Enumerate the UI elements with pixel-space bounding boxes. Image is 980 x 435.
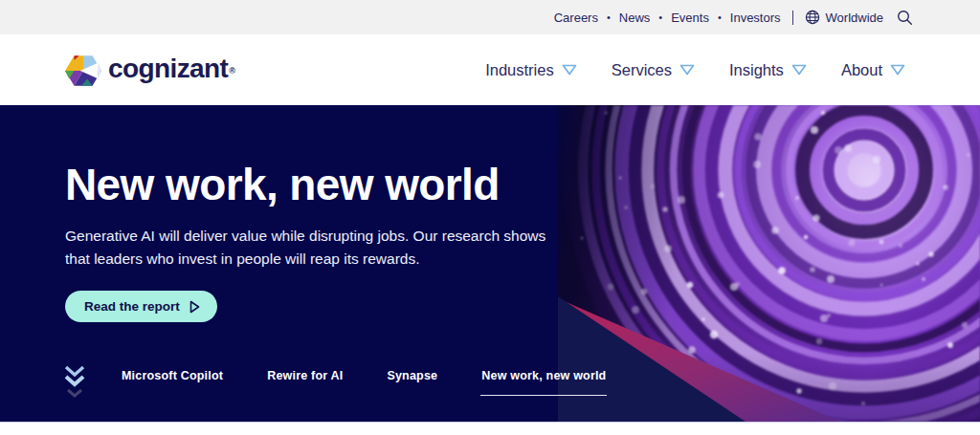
nav-item-label: About bbox=[841, 61, 882, 79]
chevron-down-triangle-icon bbox=[791, 64, 807, 76]
hero-carousel-tabs: Microsoft Copilot Rewire for AI Synapse … bbox=[63, 367, 607, 408]
utility-link-investors[interactable]: Investors bbox=[730, 11, 781, 25]
hero-fiber-optic-image bbox=[558, 105, 980, 422]
main-nav: Industries Services Insights About bbox=[485, 61, 905, 79]
logo-wordmark: cognizant® bbox=[108, 51, 234, 87]
hero-title: New work, new world bbox=[65, 159, 572, 210]
nav-item-insights[interactable]: Insights bbox=[729, 61, 807, 79]
registered-mark: ® bbox=[229, 66, 234, 76]
hero-description: Generative AI will deliver value while d… bbox=[65, 225, 563, 271]
chevron-down-triangle-icon bbox=[890, 64, 905, 76]
separator-dot: • bbox=[718, 12, 722, 23]
geometric-overlay-shapes bbox=[558, 105, 980, 422]
hero-banner: New work, new world Generative AI will d… bbox=[0, 105, 980, 422]
double-chevron-down-icon[interactable] bbox=[63, 364, 86, 408]
nav-item-services[interactable]: Services bbox=[612, 61, 695, 79]
hero-content: New work, new world Generative AI will d… bbox=[65, 159, 572, 322]
separator-dot: • bbox=[658, 12, 662, 23]
search-button[interactable] bbox=[897, 10, 913, 26]
utility-link-news[interactable]: News bbox=[619, 11, 651, 25]
tab-new-work-new-world[interactable]: New work, new world bbox=[480, 367, 607, 396]
nav-item-industries[interactable]: Industries bbox=[485, 61, 577, 79]
play-outline-icon bbox=[189, 300, 200, 314]
bottom-strip bbox=[0, 422, 980, 435]
nav-item-about[interactable]: About bbox=[841, 61, 905, 79]
region-label: Worldwide bbox=[826, 11, 883, 25]
chevron-down-triangle-icon bbox=[562, 64, 577, 76]
cognizant-logo[interactable]: cognizant® bbox=[65, 51, 234, 89]
tab-synapse[interactable]: Synapse bbox=[386, 367, 438, 395]
tab-rewire-for-ai[interactable]: Rewire for AI bbox=[266, 367, 344, 395]
cognizant-homepage: Careers • News • Events • Investors Worl… bbox=[0, 0, 980, 435]
utility-link-careers[interactable]: Careers bbox=[554, 11, 598, 25]
chevron-down-triangle-icon bbox=[679, 64, 695, 76]
nav-item-label: Industries bbox=[485, 61, 554, 79]
tab-microsoft-copilot[interactable]: Microsoft Copilot bbox=[121, 367, 224, 395]
main-header: cognizant® Industries Services Insights bbox=[0, 34, 980, 105]
cognizant-gem-icon bbox=[65, 53, 101, 89]
search-icon bbox=[897, 10, 913, 26]
utility-bar: Careers • News • Events • Investors Worl… bbox=[0, 0, 980, 34]
divider bbox=[792, 11, 793, 25]
read-report-button[interactable]: Read the report bbox=[65, 291, 217, 322]
globe-icon bbox=[805, 10, 820, 25]
utility-link-events[interactable]: Events bbox=[671, 11, 709, 25]
separator-dot: • bbox=[607, 12, 611, 23]
nav-item-label: Insights bbox=[729, 61, 784, 79]
cta-label: Read the report bbox=[84, 299, 180, 314]
nav-item-label: Services bbox=[612, 61, 672, 79]
region-selector[interactable]: Worldwide bbox=[805, 10, 883, 25]
utility-links: Careers • News • Events • Investors bbox=[554, 11, 781, 25]
